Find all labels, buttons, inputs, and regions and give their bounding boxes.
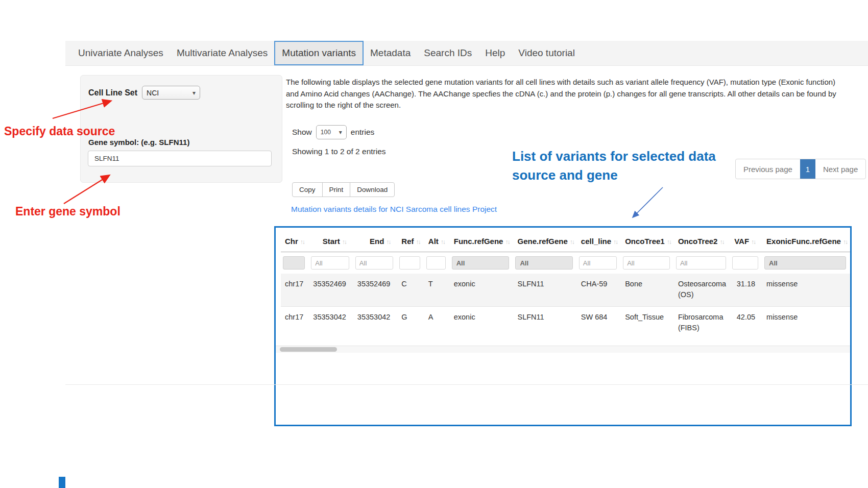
nav-tabs: Univariate AnalysesMultivariate Analyses…: [65, 41, 868, 66]
sort-icon: ↑↓: [667, 238, 671, 246]
tab-mutation-variants[interactable]: Mutation variants: [274, 41, 364, 65]
cell-vaf: 42.05: [730, 307, 762, 338]
column-label: Chr: [285, 237, 298, 246]
cell-gene-refgene: SLFN11: [513, 307, 576, 338]
filter-input-oncotree1[interactable]: [623, 256, 670, 270]
scrollbar-thumb[interactable]: [280, 347, 337, 352]
dt-buttons: CopyPrintDownload: [292, 182, 395, 197]
horizontal-scrollbar[interactable]: [276, 346, 850, 353]
filter-select-func-refgene[interactable]: All: [452, 256, 510, 270]
cell-line-set-value: NCI: [147, 89, 159, 97]
filter-input-oncotree2[interactable]: [676, 256, 726, 270]
column-header-alt[interactable]: Alt↑↓: [424, 234, 450, 252]
column-label: Ref: [401, 237, 414, 246]
column-label: OncoTree1: [625, 237, 665, 246]
column-label: Gene.refGene: [517, 237, 567, 246]
page-length-value: 100: [321, 129, 331, 136]
sort-icon: ↑↓: [505, 238, 509, 246]
blue-corner-fragment: [59, 477, 65, 488]
column-header-start[interactable]: Start↑↓: [309, 234, 353, 252]
tab-search-ids[interactable]: Search IDs: [417, 41, 478, 65]
tab-metadata[interactable]: Metadata: [364, 41, 417, 65]
column-header-chr[interactable]: Chr↑↓: [281, 234, 309, 252]
cell-line-set-label: Cell Line Set: [88, 88, 137, 97]
horizontal-divider: [65, 384, 868, 385]
column-header-oncotree2[interactable]: OncoTree2↑↓: [674, 234, 730, 252]
filter-select-exonicfunc-refgene[interactable]: All: [764, 256, 846, 270]
cell-oncotree1: Bone: [621, 274, 674, 307]
column-header-vaf[interactable]: VAF↑↓: [730, 234, 762, 252]
cell-oncotree2: Fibrosarcoma (FIBS): [674, 307, 730, 338]
cell-end: 35353042: [353, 307, 398, 338]
variants-table: Chr↑↓Start↑↓End↑↓Ref↑↓Alt↑↓Func.refGene↑…: [281, 234, 850, 337]
column-header-cell-line[interactable]: cell_line↑↓: [577, 234, 621, 252]
column-label: cell_line: [581, 237, 611, 246]
tab-univariate-analyses[interactable]: Univariate Analyses: [71, 41, 170, 65]
filter-input-end[interactable]: [355, 256, 394, 270]
sort-icon: ↑↓: [570, 238, 574, 246]
cell-start: 35352469: [309, 274, 353, 307]
gene-symbol-input[interactable]: [88, 151, 272, 166]
annotation-specify-data-source: Specify data source: [4, 125, 115, 138]
column-header-end[interactable]: End↑↓: [353, 234, 398, 252]
column-header-ref[interactable]: Ref↑↓: [397, 234, 424, 252]
table-body: chr173535246935352469CTexonicSLFN11CHA-5…: [281, 274, 850, 337]
filter-select-chr[interactable]: [283, 256, 305, 270]
column-label: Alt: [428, 237, 439, 246]
download-button[interactable]: Download: [350, 182, 395, 197]
pagination: Previous page 1 Next page: [735, 159, 866, 179]
tab-help[interactable]: Help: [478, 41, 512, 65]
header-row: Chr↑↓Start↑↓End↑↓Ref↑↓Alt↑↓Func.refGene↑…: [281, 234, 850, 252]
page-1-button[interactable]: 1: [800, 159, 815, 179]
column-header-gene-refgene[interactable]: Gene.refGene↑↓: [513, 234, 576, 252]
column-header-func-refgene[interactable]: Func.refGene↑↓: [450, 234, 514, 252]
table-title-link: Mutation variants details for NCI Sarcom…: [291, 205, 497, 214]
page-length-select[interactable]: 100 ▾: [316, 125, 347, 139]
column-label: ExonicFunc.refGene: [766, 237, 841, 246]
column-label: End: [370, 237, 384, 246]
sort-icon: ↑↓: [843, 238, 847, 246]
cell-cell-line: SW 684: [577, 307, 621, 338]
cell-end: 35352469: [353, 274, 398, 307]
filter-input-start[interactable]: [311, 256, 349, 270]
tab-multivariate-analyses[interactable]: Multivariate Analyses: [170, 41, 274, 65]
sort-icon: ↑↓: [719, 238, 724, 246]
cell-chr: chr17: [281, 274, 309, 307]
filter-input-ref[interactable]: [399, 256, 420, 270]
cell-start: 35353042: [309, 307, 353, 338]
cell-line-set-select[interactable]: NCI ▾: [142, 86, 200, 100]
column-header-exonicfunc-refgene[interactable]: ExonicFunc.refGene↑↓: [762, 234, 850, 252]
filter-input-vaf[interactable]: [732, 256, 758, 270]
print-button[interactable]: Print: [322, 182, 351, 197]
cell-ref: C: [397, 274, 424, 307]
cell-exonicfunc-refgene: missense: [762, 307, 850, 338]
filter-select-gene-refgene[interactable]: All: [515, 256, 572, 270]
table-description: The following table displays the selecte…: [286, 77, 849, 111]
chevron-down-icon: ▾: [339, 129, 342, 135]
sort-icon: ↑↓: [751, 238, 755, 246]
table-row: chr173535304235353042GAexonicSLFN11SW 68…: [281, 307, 850, 338]
cell-oncotree2: Osteosarcoma (OS): [674, 274, 730, 307]
sort-icon: ↑↓: [613, 238, 617, 246]
cell-gene-refgene: SLFN11: [513, 274, 576, 307]
column-header-oncotree1[interactable]: OncoTree1↑↓: [621, 234, 674, 252]
next-page-button[interactable]: Next page: [815, 159, 865, 179]
chevron-down-icon: ▾: [192, 90, 196, 96]
blue-arrow-variants: [633, 187, 663, 217]
show-label: Show: [292, 128, 312, 137]
column-label: VAF: [734, 237, 749, 246]
entries-label: entries: [351, 128, 375, 137]
tab-video-tutorial[interactable]: Video tutorial: [512, 41, 582, 65]
table-row: chr173535246935352469CTexonicSLFN11CHA-5…: [281, 274, 850, 307]
cell-ref: G: [397, 307, 424, 338]
column-label: Func.refGene: [454, 237, 503, 246]
filter-input-cell-line[interactable]: [579, 256, 617, 270]
cell-func-refgene: exonic: [450, 274, 514, 307]
previous-page-button[interactable]: Previous page: [736, 159, 800, 179]
copy-button[interactable]: Copy: [292, 182, 323, 197]
sort-icon: ↑↓: [342, 238, 346, 246]
gene-symbol-label: Gene symbol: (e.g. SLFN11): [88, 138, 189, 147]
filter-input-alt[interactable]: [426, 256, 446, 270]
cell-cell-line: CHA-59: [577, 274, 621, 307]
variants-table-container: Chr↑↓Start↑↓End↑↓Ref↑↓Alt↑↓Func.refGene↑…: [274, 226, 852, 426]
